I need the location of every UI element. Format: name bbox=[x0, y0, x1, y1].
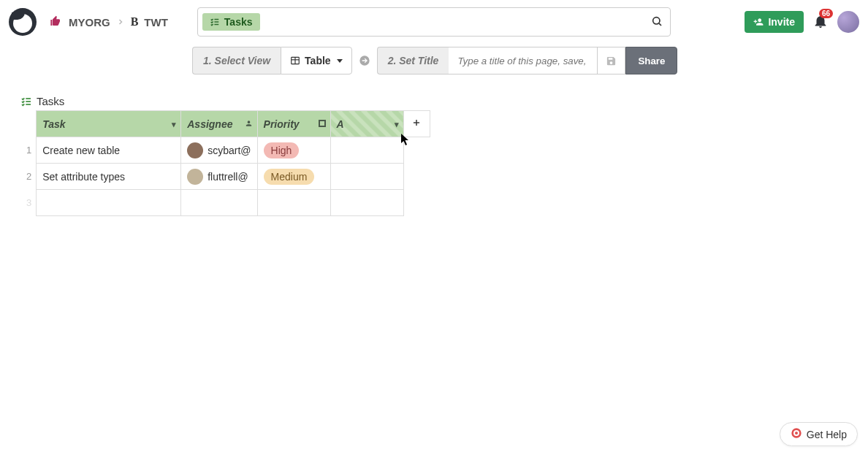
table-row[interactable]: 1 Create new table scybart@ High bbox=[20, 137, 430, 164]
svg-rect-11 bbox=[319, 121, 325, 126]
title-input[interactable] bbox=[449, 47, 598, 74]
invite-label: Invite bbox=[768, 16, 795, 28]
cell-new[interactable] bbox=[330, 164, 403, 190]
step1-label: 1. Select View bbox=[192, 47, 281, 74]
invite-button[interactable]: Invite bbox=[745, 11, 804, 33]
view-dropdown[interactable]: Table bbox=[281, 47, 352, 74]
caret-down-icon: ▾ bbox=[172, 119, 176, 129]
save-icon bbox=[606, 56, 617, 66]
caret-down-icon: ▾ bbox=[395, 119, 399, 129]
save-button[interactable] bbox=[598, 47, 625, 74]
lifebuoy-icon bbox=[791, 427, 802, 441]
arrow-right-icon bbox=[352, 47, 377, 74]
cell-assignee[interactable]: scybart@ bbox=[181, 137, 257, 164]
notification-badge: 66 bbox=[819, 9, 833, 18]
search-bar[interactable]: Tasks bbox=[197, 7, 671, 37]
table-row[interactable]: 2 Set attribute types fluttrell@ Medium bbox=[20, 164, 430, 190]
share-button[interactable]: Share bbox=[625, 47, 677, 74]
row-number: 3 bbox=[20, 190, 37, 216]
column-header-priority[interactable]: Priority bbox=[257, 111, 330, 137]
table-title: Tasks bbox=[20, 95, 868, 107]
bold-icon: B bbox=[131, 15, 139, 28]
column-header-new[interactable]: A ▾ bbox=[330, 111, 403, 137]
cell-new[interactable] bbox=[330, 137, 403, 164]
get-help-label: Get Help bbox=[807, 429, 847, 440]
table-icon bbox=[290, 56, 300, 66]
cell-priority[interactable]: Medium bbox=[257, 164, 330, 190]
get-help-button[interactable]: Get Help bbox=[780, 422, 858, 446]
cell-priority[interactable]: High bbox=[257, 137, 330, 164]
cell-task[interactable]: Create new table bbox=[37, 137, 181, 164]
cell-task[interactable]: Set attribute types bbox=[37, 164, 181, 190]
chevron-right-icon bbox=[116, 16, 125, 28]
user-avatar[interactable] bbox=[837, 11, 859, 33]
cell-assignee[interactable]: fluttrell@ bbox=[181, 164, 257, 190]
caret-down-icon bbox=[337, 59, 343, 63]
table-title-text: Tasks bbox=[37, 95, 64, 107]
column-header-assignee[interactable]: Assignee bbox=[181, 111, 257, 137]
view-dropdown-label: Table bbox=[305, 55, 331, 66]
avatar bbox=[187, 142, 203, 158]
priority-pill: Medium bbox=[264, 169, 315, 185]
add-column-button[interactable] bbox=[403, 111, 430, 137]
cell-assignee[interactable] bbox=[181, 190, 257, 216]
cell-priority[interactable] bbox=[257, 190, 330, 216]
tasks-table: Task ▾ Assignee Priority A bbox=[20, 110, 430, 216]
checklist-icon bbox=[20, 96, 32, 107]
square-icon bbox=[319, 120, 326, 129]
user-plus-icon bbox=[753, 17, 764, 27]
svg-line-4 bbox=[659, 23, 661, 26]
row-number: 1 bbox=[20, 137, 37, 164]
search-chip-label: Tasks bbox=[224, 16, 253, 28]
search-chip-tasks[interactable]: Tasks bbox=[202, 13, 260, 31]
breadcrumb-project[interactable]: TWT bbox=[144, 16, 167, 28]
table-row-empty[interactable]: 3 bbox=[20, 190, 430, 216]
avatar bbox=[187, 169, 203, 185]
cell-task[interactable] bbox=[37, 190, 181, 216]
step2-label: 2. Set Title bbox=[377, 47, 449, 74]
search-icon[interactable] bbox=[651, 15, 663, 29]
checklist-icon bbox=[210, 17, 220, 27]
priority-pill: High bbox=[264, 142, 300, 158]
svg-point-3 bbox=[652, 17, 659, 23]
plus-icon bbox=[411, 118, 422, 128]
bell-icon bbox=[812, 20, 829, 31]
column-header-task[interactable]: Task ▾ bbox=[37, 111, 181, 137]
cell-new[interactable] bbox=[330, 190, 403, 216]
breadcrumb: MYORG B TWT bbox=[50, 15, 168, 29]
thumbs-up-icon bbox=[50, 15, 61, 29]
person-icon bbox=[245, 119, 253, 129]
app-logo[interactable] bbox=[9, 8, 37, 36]
row-number: 2 bbox=[20, 164, 37, 190]
breadcrumb-org[interactable]: MYORG bbox=[69, 16, 110, 28]
notifications-button[interactable]: 66 bbox=[812, 13, 829, 31]
